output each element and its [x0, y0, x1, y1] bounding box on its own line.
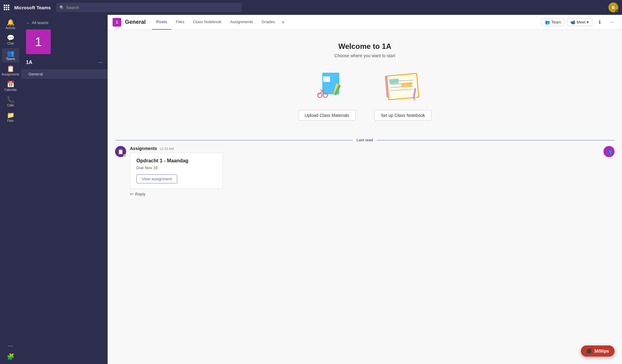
- nav-label-assignments: Assignments: [2, 73, 19, 76]
- nav-item-activity[interactable]: 🔔 Activity: [2, 17, 19, 32]
- svg-marker-18: [414, 99, 416, 101]
- reply-row[interactable]: ↩ Reply: [130, 192, 615, 196]
- view-assignment-button[interactable]: View assignment: [136, 174, 177, 183]
- message-body: Assignments 12:33 AM Opdracht 1 - Maanda…: [130, 146, 615, 196]
- upload-materials-card: Upload Class Materials: [298, 68, 356, 121]
- team-btn-icon: 👥: [545, 20, 550, 24]
- message-time: 12:33 AM: [160, 147, 174, 151]
- calls-icon: 📞: [7, 96, 15, 103]
- channel-badge: 1: [113, 18, 121, 27]
- message-avatar: 📋: [115, 146, 126, 157]
- nav-item-calendar[interactable]: 📅 Calendar: [2, 79, 19, 93]
- team-button[interactable]: 👥 Team: [542, 18, 564, 26]
- tab-class-notebook[interactable]: Class Notebook: [189, 15, 226, 30]
- tab-files[interactable]: Files: [171, 15, 188, 30]
- team-banner: 1: [26, 29, 51, 54]
- apps-icon: 🧩: [7, 353, 15, 360]
- nav-item-calls[interactable]: 📞 Calls: [2, 95, 19, 109]
- team-btn-label: Team: [551, 20, 561, 24]
- channel-tabs: Posts Files Class Notebook Assignments G…: [152, 15, 287, 30]
- nav-item-chat[interactable]: 💬 Chat: [2, 33, 19, 47]
- status-dot: [616, 10, 618, 12]
- welcome-cards: Upload Class Materials: [298, 68, 431, 121]
- back-arrow-icon: ←: [26, 20, 30, 25]
- welcome-section: Welcome to 1A Choose where you want to s…: [108, 30, 622, 134]
- files-icon: 📁: [7, 112, 15, 118]
- header-actions: 👥 Team 📹 Meet ▾ ℹ ···: [542, 17, 617, 27]
- nav-label-calls: Calls: [7, 104, 14, 107]
- nav-item-apps[interactable]: 🧩: [2, 352, 19, 362]
- setup-notebook-button[interactable]: Set up Class Notebook: [374, 110, 431, 121]
- teams-icon: 👥: [7, 50, 15, 56]
- activity-icon: 🔔: [7, 19, 15, 25]
- tab-grades[interactable]: Grades: [257, 15, 279, 30]
- search-input[interactable]: [66, 5, 239, 10]
- tab-posts[interactable]: Posts: [152, 15, 171, 30]
- channel-label: General: [28, 72, 43, 76]
- svg-rect-14: [389, 79, 399, 84]
- app-grid-icon[interactable]: [4, 5, 9, 10]
- nav-item-more[interactable]: ···: [2, 340, 19, 350]
- more-options-button[interactable]: ···: [607, 17, 617, 27]
- upload-illustration: [302, 68, 352, 105]
- team-banner-number: 1: [35, 35, 42, 49]
- reply-label: Reply: [135, 192, 145, 196]
- channel-name: General: [125, 19, 146, 25]
- assignment-title: Opdracht 1 - Maandag: [136, 158, 216, 164]
- tips-bubble[interactable]: ⬛ 365tips: [581, 345, 615, 357]
- avatar-icon: 📋: [118, 149, 124, 155]
- app-name: Microsoft Teams: [14, 5, 51, 10]
- nav-item-teams[interactable]: 👥 Teams: [2, 48, 19, 62]
- topbar: Microsoft Teams 🔍 B: [0, 0, 622, 15]
- right-user-avatar: 👥: [603, 146, 615, 157]
- main-layout: 🔔 Activity 💬 Chat 👥 Teams 📋 Assignments …: [0, 15, 622, 364]
- search-bar: 🔍: [56, 3, 242, 12]
- message-sender: Assignments: [130, 146, 157, 151]
- channel-item-general[interactable]: General: [21, 69, 108, 79]
- nav-label-calendar: Calendar: [4, 88, 17, 92]
- search-icon: 🔍: [59, 5, 64, 10]
- assignment-card: Opdracht 1 - Maandag Due Nov 16 View ass…: [130, 153, 223, 189]
- all-teams-back[interactable]: ← All teams: [21, 19, 108, 27]
- welcome-title: Welcome to 1A: [338, 42, 392, 51]
- nav-label-activity: Activity: [6, 26, 15, 30]
- team-name: 1A: [26, 60, 32, 65]
- last-read-label: Last read: [357, 138, 373, 142]
- upload-materials-button[interactable]: Upload Class Materials: [298, 110, 356, 121]
- notebook-illustration: [378, 68, 427, 105]
- chat-icon: 💬: [7, 35, 15, 41]
- info-button[interactable]: ℹ: [595, 17, 605, 27]
- divider-line-left: [115, 140, 353, 140]
- tab-add-button[interactable]: +: [279, 15, 287, 30]
- team-name-row: 1A ···: [21, 58, 108, 69]
- sidebar: ← All teams 1 1A ··· General: [21, 15, 108, 364]
- meet-button[interactable]: 📹 Meet ▾: [567, 18, 592, 26]
- meet-btn-icon: 📹: [570, 20, 575, 24]
- assignments-icon: 📋: [7, 66, 15, 72]
- team-more-button[interactable]: ···: [98, 59, 103, 66]
- meet-chevron-icon: ▾: [587, 20, 589, 24]
- channel-header: 1 General Posts Files Class Notebook Ass…: [108, 15, 622, 30]
- all-teams-label: All teams: [32, 20, 48, 25]
- divider-line-right: [377, 140, 615, 140]
- avatar-initials: B: [612, 5, 615, 10]
- meet-btn-label: Meet: [577, 20, 586, 24]
- last-read-divider: Last read: [108, 134, 622, 146]
- user-avatar[interactable]: B: [608, 2, 618, 12]
- avatar-status-dot: [123, 154, 126, 157]
- tab-assignments[interactable]: Assignments: [226, 15, 257, 30]
- nav-item-files[interactable]: 📁 Files: [2, 110, 19, 124]
- reply-arrow-icon: ↩: [130, 192, 133, 196]
- content-area: 1 General Posts Files Class Notebook Ass…: [108, 15, 622, 364]
- message-meta: Assignments 12:33 AM: [130, 146, 615, 151]
- nav-item-assignments[interactable]: 📋 Assignments: [2, 64, 19, 78]
- left-nav: 🔔 Activity 💬 Chat 👥 Teams 📋 Assignments …: [0, 15, 21, 364]
- nav-label-chat: Chat: [7, 42, 14, 45]
- calendar-icon: 📅: [7, 81, 15, 87]
- assignment-due: Due Nov 16: [136, 165, 216, 170]
- welcome-subtitle: Choose where you want to start: [334, 53, 395, 58]
- message-row: 📋 Assignments 12:33 AM Opdracht 1 - Maan…: [115, 146, 615, 196]
- notebook-card: Set up Class Notebook: [374, 68, 431, 121]
- tips-label: 365tips: [594, 349, 609, 353]
- svg-rect-1: [323, 76, 330, 82]
